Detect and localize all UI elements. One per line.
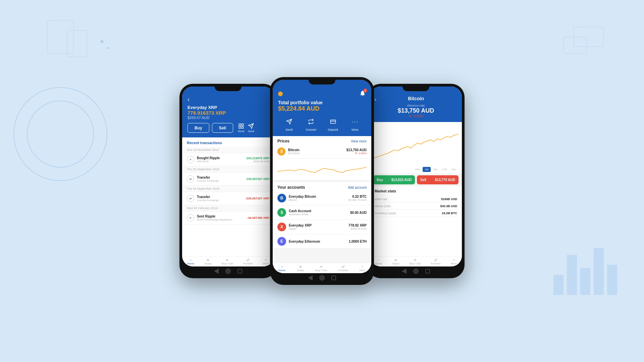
phone-right-screen: ‹ Bitcoin eference rate $13,750 AUD ▼ -0… bbox=[370, 86, 462, 266]
account-name-eth: Everyday Ethereum bbox=[289, 240, 346, 243]
stat-row-volume: olume (24h) $30.3B USD bbox=[375, 203, 457, 210]
hw-home-right bbox=[413, 268, 419, 274]
hw-recents-center bbox=[331, 276, 336, 280]
account-aud-xrp: $268.84 AUD bbox=[348, 227, 367, 230]
nav-home-right[interactable]: ⌂ Home bbox=[375, 258, 382, 265]
buy-button[interactable]: Buy bbox=[187, 123, 209, 133]
buy-sell-buttons: Buy $13,810 AUD Sell $13,770 AUD bbox=[370, 173, 462, 186]
phone-left-screen: ‹ Everyday XRP 778.916373 XRP $269.07 AU… bbox=[182, 86, 274, 266]
nav-swipe-right[interactable]: ▤ Swipe bbox=[392, 258, 399, 265]
tab-24h[interactable]: 24H bbox=[413, 167, 422, 172]
tab-1yr[interactable]: 1YR bbox=[440, 167, 449, 172]
tx-amount-4: -46.687398 XRP bbox=[247, 216, 269, 220]
nav-portfolio-center[interactable]: 📈 Portfolio bbox=[338, 265, 348, 272]
account-row-cash[interactable]: $ Cash Account Australian Dollar $0.00 A… bbox=[273, 205, 371, 220]
right-header: ‹ Bitcoin eference rate $13,750 AUD ▼ -0… bbox=[370, 86, 462, 122]
tx-sub-1: XRP/AUD bbox=[197, 160, 220, 163]
btc-icon: ₿ bbox=[277, 147, 285, 156]
btc-pair: BTC/AUD bbox=[288, 152, 344, 155]
phone-center-screen: 5 Total portfolio value $5,224.84 AUD Se… bbox=[273, 80, 371, 273]
account-type-cash: Australian Dollar bbox=[289, 213, 347, 216]
nav-home-left[interactable]: ⌂ Home bbox=[187, 258, 194, 265]
tx-amount-3: -235.697297 XRP bbox=[245, 197, 269, 200]
view-more-button[interactable]: View more bbox=[351, 139, 367, 143]
back-button-right[interactable]: ‹ bbox=[375, 97, 376, 103]
nav-buysell-right[interactable]: ⇄ Buy / Sell bbox=[410, 258, 421, 265]
prices-title: Prices bbox=[277, 139, 289, 143]
hw-recents-left bbox=[237, 269, 242, 274]
sell-button[interactable]: Sell bbox=[212, 123, 233, 133]
tx-row-3[interactable]: ⇄ Transfer CoinJar Exchange -235.697297 … bbox=[182, 192, 274, 205]
svg-rect-3 bbox=[242, 127, 244, 128]
sell-button-right[interactable]: Sell $13,770 AUD bbox=[417, 175, 459, 184]
nav-buysell-center[interactable]: ⇄ Buy / Sell bbox=[316, 265, 327, 272]
tx-sub-2: CoinJar Exchange bbox=[197, 179, 219, 182]
nav-more-right[interactable]: ≡ More bbox=[451, 258, 457, 265]
accounts-title: Your accounts bbox=[277, 185, 305, 190]
account-crypto-btc: 0.32 BTC bbox=[348, 195, 367, 198]
tx-row-1[interactable]: ● Bought Ripple XRP/AUD 243.219076 XRP $… bbox=[182, 153, 274, 166]
market-stats-title: Market stats bbox=[375, 189, 457, 193]
account-crypto-xrp: 778.92 XRP bbox=[348, 224, 367, 227]
stat-label-volume: olume (24h) bbox=[375, 204, 391, 208]
tx-row-4[interactable]: ➤ Sent Ripple rEhRTY3nRok5gu7bprsfHers..… bbox=[182, 212, 274, 225]
buy-price: $13,810 AUD bbox=[391, 178, 412, 182]
coin-name: Everyday XRP bbox=[187, 105, 269, 110]
nav-more-left[interactable]: ≡ More bbox=[263, 258, 269, 265]
stat-label-supply: irculating supply bbox=[375, 212, 396, 215]
show-button[interactable]: Show bbox=[238, 123, 245, 133]
nav-swipe-left[interactable]: ▤ Swipe bbox=[204, 258, 212, 265]
tab-1m[interactable]: 1M bbox=[431, 167, 439, 172]
time-tabs: 24H 1W 1M 1YR ALL bbox=[370, 166, 462, 173]
market-stats: Market stats arket cap $169B USD olume (… bbox=[370, 186, 462, 256]
back-button[interactable]: ‹ bbox=[187, 96, 269, 103]
tab-all[interactable]: ALL bbox=[450, 167, 459, 172]
account-row-xrp[interactable]: X Everyday XRP Ripple 778.92 XRP $268.84… bbox=[273, 220, 371, 234]
nav-portfolio-right[interactable]: 📈 Portfolio bbox=[431, 258, 441, 265]
stat-label-cap: arket cap bbox=[375, 197, 387, 201]
notification-badge[interactable]: 5 bbox=[359, 90, 366, 98]
tab-1w[interactable]: 1W bbox=[423, 167, 431, 172]
tx-title-1: Bought Ripple bbox=[197, 156, 220, 160]
tx-date-2: Thu 20 September 2018 bbox=[182, 166, 274, 173]
phone-center-hw-nav bbox=[270, 273, 374, 282]
send-button[interactable]: Send bbox=[248, 123, 254, 133]
nav-home-center[interactable]: ⌂ Home bbox=[278, 265, 285, 272]
account-type-btc: Bitcoin bbox=[289, 198, 346, 201]
account-row-eth[interactable]: E Everyday Ethereum 1.0000 ETH bbox=[273, 234, 371, 249]
account-icon-eth: E bbox=[277, 237, 286, 246]
phone-right-hw-nav bbox=[367, 266, 465, 276]
accounts-header: Your accounts Add account bbox=[273, 182, 371, 191]
btc-mini-chart bbox=[273, 159, 371, 180]
btc-change-right: ▼ -0.82% bbox=[375, 114, 457, 118]
svg-rect-2 bbox=[239, 127, 240, 128]
prices-header: Prices View more bbox=[273, 136, 371, 145]
tx-icon-3: ⇄ bbox=[187, 195, 194, 202]
account-row-btc[interactable]: B Everyday Bitcoin Bitcoin 0.32 BTC $4,3… bbox=[273, 191, 371, 205]
tx-date-1: Sun 18 November 2018 bbox=[182, 147, 274, 153]
price-chart bbox=[370, 122, 462, 166]
add-account-button[interactable]: Add account bbox=[348, 186, 367, 189]
buy-button-right[interactable]: Buy $13,810 AUD bbox=[373, 175, 415, 184]
convert-action[interactable]: Convert bbox=[306, 116, 316, 131]
deposit-action[interactable]: Deposit bbox=[328, 116, 338, 131]
more-action[interactable]: ··· More bbox=[350, 116, 360, 131]
nav-more-center[interactable]: ≡ More bbox=[360, 265, 366, 272]
tx-row-2[interactable]: ⇄ Transfer CoinJar Exchange 235.697297 X… bbox=[182, 173, 274, 186]
transactions-title: Recent transactions bbox=[182, 137, 274, 147]
nav-portfolio-left[interactable]: 📈 Portfolio bbox=[243, 258, 253, 265]
center-body: Prices View more ₿ Bitcoin BTC/AUD $13,7… bbox=[273, 136, 371, 263]
hw-recents-right bbox=[425, 269, 430, 274]
tx-icon-4: ➤ bbox=[187, 214, 194, 222]
nav-swipe-center[interactable]: ▤ Swipe bbox=[297, 265, 304, 272]
nav-buysell-left[interactable]: ⇄ Buy / Sell bbox=[222, 258, 233, 265]
phone-center-notch bbox=[309, 77, 335, 84]
send-action[interactable]: Send bbox=[284, 116, 294, 131]
tx-date-4: Wed 28 February 2018 bbox=[182, 205, 274, 212]
tx-aud-1: $163.20 AUD bbox=[246, 160, 269, 163]
tx-amount-1: 243.219076 XRP bbox=[246, 157, 269, 160]
account-icon-btc: B bbox=[277, 194, 286, 202]
bitcoin-title: Bitcoin bbox=[375, 96, 457, 101]
account-name-xrp: Everyday XRP bbox=[289, 224, 346, 227]
btc-price-row[interactable]: ₿ Bitcoin BTC/AUD $13,750 AUD ▼ -0.85% bbox=[273, 145, 371, 159]
